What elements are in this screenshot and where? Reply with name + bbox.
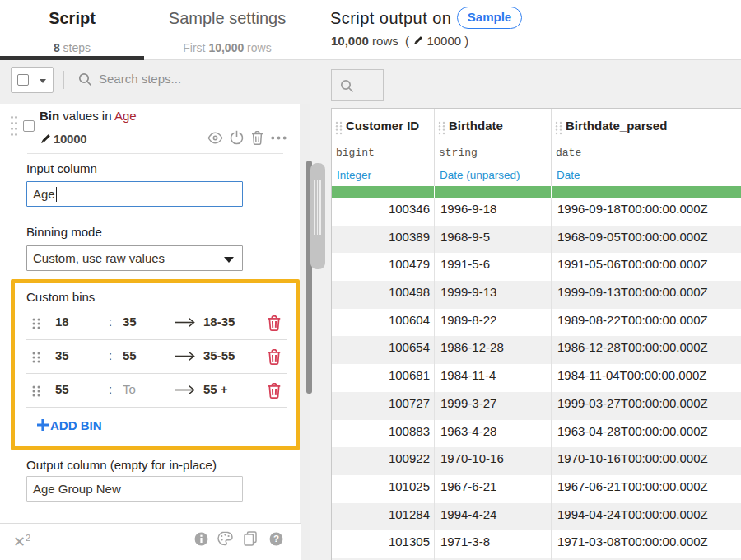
svg-text:?: ? <box>273 534 279 544</box>
